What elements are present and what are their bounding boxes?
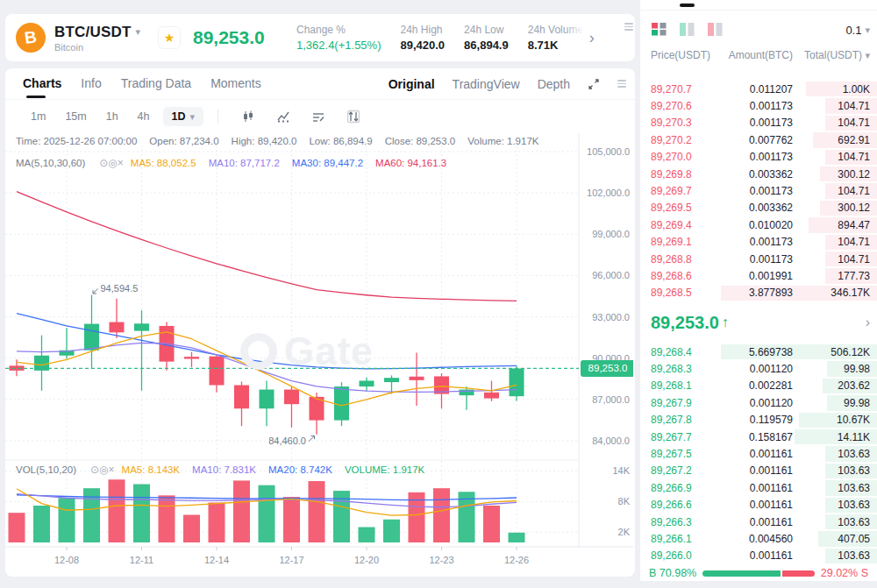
price-cell: 89,270.2: [651, 134, 726, 146]
orderbook-bid-row[interactable]: 89,266.90.001161103.63: [640, 479, 877, 496]
orderbook-ask-row[interactable]: 89,268.60.001991177.73: [640, 267, 877, 284]
view-tradingview[interactable]: TradingView: [453, 77, 520, 91]
price-cell: 89,266.6: [651, 499, 726, 511]
price-cell: 89,266.3: [651, 516, 726, 528]
orderbook-last-price: 89,253.0: [651, 313, 719, 333]
svg-text:96,000.0: 96,000.0: [592, 270, 630, 280]
svg-text:8K: 8K: [618, 496, 631, 507]
indicators-icon[interactable]: [276, 110, 290, 124]
amount-cell: 0.001173: [726, 185, 793, 197]
price-cell: 89,268.5: [651, 287, 726, 299]
total-cell: 104.71: [793, 236, 870, 248]
stat-24h-volume: 24h Volume 8.71K: [528, 24, 584, 52]
last-price-row[interactable]: 89,253.0 ↑ ›: [651, 304, 870, 341]
header-menu-icon[interactable]: [624, 23, 633, 31]
bids-list: 89,268.45.669738506.12K89,268.30.0011209…: [640, 344, 877, 564]
highlight-eye-icon[interactable]: ◎: [108, 157, 117, 169]
orderbook-bid-row[interactable]: 89,266.00.001161103.63: [640, 548, 877, 564]
close-indicator-icon[interactable]: ×: [109, 464, 115, 476]
orderbook-bid-row[interactable]: 89,267.90.00112099.98: [640, 394, 877, 411]
orderbook-bid-row[interactable]: 89,268.45.669738506.12K: [640, 344, 877, 360]
svg-text:12-17: 12-17: [279, 555, 303, 565]
timeframe-4h[interactable]: 4h: [130, 107, 158, 126]
highlight-eye-icon[interactable]: ◎: [99, 464, 108, 476]
orderbook-bid-row[interactable]: 89,266.10.004560407.05: [640, 530, 877, 547]
orderbook-bid-row[interactable]: 89,266.60.001161103.63: [640, 497, 877, 514]
price-cell: 89,268.6: [651, 270, 726, 282]
price-cell: 89,267.8: [651, 414, 726, 426]
candlestick-style-icon[interactable]: [241, 110, 255, 124]
orderbook-ask-row[interactable]: 89,270.60.001173104.71: [640, 97, 877, 114]
amount-cell: 0.001161: [726, 516, 793, 528]
price-cell: 89,267.5: [651, 448, 726, 460]
orderbook-view-both-icon[interactable]: [652, 23, 668, 36]
orderbook-ask-row[interactable]: 89,269.10.001173104.71: [640, 234, 877, 251]
chart-tabs-row: Charts Info Trading Data Moments Origina…: [5, 68, 635, 100]
orderbook-view-bids-icon[interactable]: [680, 23, 696, 36]
sell-label: S: [861, 567, 868, 579]
svg-text:12-08: 12-08: [54, 555, 79, 565]
orderbook-ask-row[interactable]: 89,270.20.007762692.91: [640, 131, 877, 148]
buy-label: B: [649, 567, 656, 579]
amount-cell: 0.001161: [726, 549, 793, 562]
timeframe-1h[interactable]: 1h: [98, 107, 126, 126]
amount-cell: 0.119579: [726, 414, 793, 426]
show-eye-icon[interactable]: ⊙: [99, 157, 108, 169]
orderbook-view-asks-icon[interactable]: [708, 23, 724, 36]
total-cell: 103.63: [793, 482, 870, 494]
orderbook-bid-row[interactable]: 89,267.70.15816714.11K: [640, 429, 877, 445]
price-cell: 89,269.5: [651, 202, 726, 214]
orderbook-column-headers: Price(USDT) Amount(BTC) Total(USDT) ▾: [651, 49, 870, 61]
svg-text:94,594.5: 94,594.5: [101, 283, 139, 294]
orderbook-ask-row[interactable]: 89,268.53.877893346.17K: [640, 285, 877, 301]
favorite-star-button[interactable]: ★: [158, 26, 181, 49]
trading-page: B BTC/USDT ▾ Bitcoin ★ 89,253.0 Change %…: [0, 0, 877, 588]
tabs-menu-icon[interactable]: [617, 80, 626, 88]
orderbook-bid-row[interactable]: 89,268.30.00112099.98: [640, 360, 877, 377]
orderbook-ask-row[interactable]: 89,269.80.003362300.12: [640, 166, 877, 182]
tab-charts[interactable]: Charts: [23, 68, 61, 100]
orderbook-ask-row[interactable]: 89,268.80.001173104.71: [640, 251, 877, 267]
orderbook-ask-row[interactable]: 89,269.70.001173104.71: [640, 182, 877, 199]
timeframe-selector[interactable]: 1D ▾: [163, 107, 204, 126]
pair-block[interactable]: BTC/USDT ▾ Bitcoin: [54, 24, 158, 53]
timeframe-15m[interactable]: 15m: [57, 107, 94, 126]
settings-list-icon[interactable]: [311, 110, 325, 124]
stat-24h-high: 24h High 89,420.0: [400, 24, 445, 52]
timeframe-caret-down-icon: ▾: [190, 111, 196, 123]
orderbook-tab-indicator: [680, 4, 695, 7]
orderbook-ask-row[interactable]: 89,270.30.001173104.71: [640, 115, 877, 131]
total-cell: 103.63: [793, 549, 870, 562]
orderbook-bid-row[interactable]: 89,267.20.001161103.63: [640, 463, 877, 479]
orderbook-ask-row[interactable]: 89,270.70.0112071.00K: [640, 81, 877, 97]
candlestick-chart[interactable]: 105,000.0102,000.099,000.096,000.093,000…: [5, 133, 633, 576]
header-more-chevron-icon[interactable]: ›: [589, 29, 595, 47]
tab-moments[interactable]: Moments: [210, 68, 261, 100]
price-cell: 89,267.7: [651, 431, 726, 443]
view-depth[interactable]: Depth: [538, 77, 570, 91]
compare-flip-icon[interactable]: [346, 110, 360, 124]
orderbook-bid-row[interactable]: 89,267.80.11957910.67K: [640, 412, 877, 429]
orderbook-ask-row[interactable]: 89,269.50.003362300.12: [640, 200, 877, 216]
timeframe-1m[interactable]: 1m: [23, 107, 53, 126]
view-original[interactable]: Original: [389, 77, 435, 91]
orderbook-bid-row[interactable]: 89,266.30.001161103.63: [640, 514, 877, 530]
fullscreen-expand-icon[interactable]: [588, 78, 600, 90]
vol-row-item: MA5: 8.143K: [122, 464, 180, 475]
tab-trading-data[interactable]: Trading Data: [121, 68, 191, 100]
ma-row-item: MA60: 94,161.3: [375, 158, 446, 168]
orderbook-panel: 0.1 ▾ Price(USDT) Amount(BTC) Total(USDT…: [640, 0, 877, 581]
tab-info[interactable]: Info: [81, 68, 101, 100]
pair-title[interactable]: BTC/USDT: [54, 24, 132, 41]
orderbook-ask-row[interactable]: 89,270.00.001173104.71: [640, 149, 877, 166]
orderbook-bid-row[interactable]: 89,267.50.001161103.63: [640, 445, 877, 462]
precision-selector[interactable]: 0.1 ▾: [845, 24, 870, 37]
svg-text:14K: 14K: [612, 465, 630, 476]
pair-caret-down-icon[interactable]: ▾: [136, 26, 141, 38]
orderbook-ask-row[interactable]: 89,269.40.010020894.47: [640, 216, 877, 233]
close-indicator-icon[interactable]: ×: [118, 157, 124, 169]
total-cell: 103.63: [793, 499, 870, 511]
show-eye-icon[interactable]: ⊙: [90, 464, 99, 476]
orderbook-bid-row[interactable]: 89,268.10.002281203.62: [640, 378, 877, 394]
total-cell: 1.00K: [793, 83, 870, 96]
